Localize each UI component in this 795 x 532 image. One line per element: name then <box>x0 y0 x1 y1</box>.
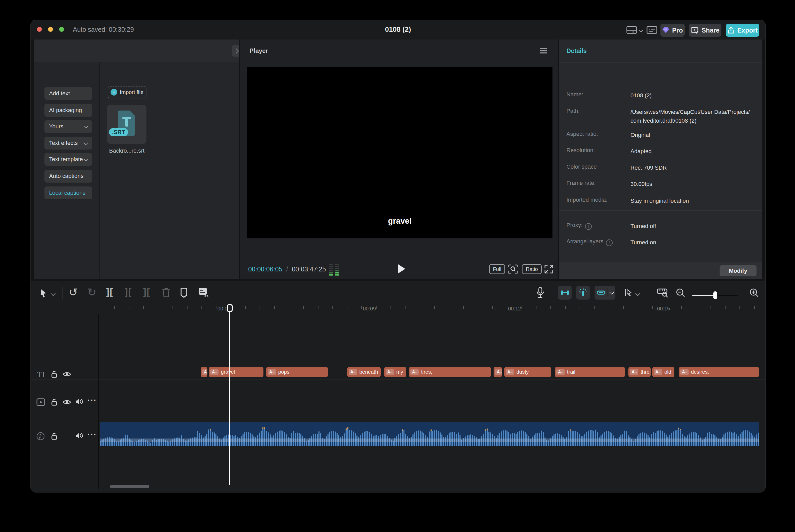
sidebar-item-local-captions[interactable]: Local captions <box>44 187 92 200</box>
sidebar-item-ai-packaging[interactable]: AI packaging <box>44 104 92 117</box>
share-button-label: Share <box>701 26 719 34</box>
chevron-down-icon <box>83 124 88 128</box>
details-panel: Details Name:0108 (2) Path:/Users/wes/Mo… <box>559 39 762 279</box>
sidebar-item-text-template[interactable]: Text template <box>44 153 92 166</box>
caption-clip[interactable]: A≡beneath <box>347 367 381 377</box>
mute-icon[interactable] <box>75 432 83 439</box>
split-delete-left-icon[interactable]: ][ <box>125 287 132 298</box>
caption-clip-label: desires. <box>691 369 709 375</box>
caption-clip[interactable]: A≡gravel <box>209 367 263 377</box>
time-separator: / <box>286 265 288 273</box>
caption-clip[interactable]: A≡ <box>494 367 502 377</box>
caption-clip[interactable]: A≡tires, <box>409 367 491 377</box>
help-icon[interactable]: ? <box>585 223 592 230</box>
plus-icon: + <box>111 89 117 96</box>
select-tool-chevron-icon[interactable] <box>51 292 55 297</box>
mute-icon[interactable] <box>75 398 83 405</box>
zoom-in-icon[interactable] <box>749 288 759 298</box>
asset-panel: Media Audio TI Text Stickers Effects Tra… <box>34 39 239 279</box>
timeline-ruler[interactable]: 00:0600:0900:1200:15 <box>31 306 765 315</box>
track-more-icon[interactable]: ··· <box>88 396 97 405</box>
layout-chevron-icon[interactable] <box>639 28 643 34</box>
pointer-mode-dropdown[interactable] <box>624 287 635 298</box>
detail-row-proxy: Proxy:? Turned off <box>566 222 758 231</box>
select-tool-icon[interactable] <box>39 288 48 298</box>
pro-button[interactable]: Pro <box>660 24 685 37</box>
caption-track[interactable]: A≡A≡gravelA≡popsA≡beneathA≡myA≡tires,A≡A… <box>31 367 765 377</box>
caption-clip[interactable]: A≡dusty <box>504 367 551 377</box>
caption-clip[interactable]: A≡thro <box>628 367 650 377</box>
full-screen-mode-button[interactable]: Full <box>489 264 505 274</box>
record-voiceover-icon[interactable] <box>536 287 545 299</box>
player-menu-icon[interactable] <box>540 48 548 54</box>
caption-clip[interactable]: A≡old <box>652 367 675 377</box>
lock-icon[interactable] <box>51 398 58 406</box>
audio-waveform-clip[interactable] <box>100 422 759 446</box>
lock-icon[interactable] <box>51 432 58 440</box>
split-delete-right-icon[interactable]: ][ <box>143 287 150 298</box>
export-button[interactable]: Export <box>726 24 759 37</box>
undo-icon[interactable]: ↺ <box>69 286 78 299</box>
preview-snap-toggle[interactable] <box>576 286 590 300</box>
detail-row-path: Path:/Users/wes/Movies/CapCut/User Data/… <box>566 108 758 125</box>
caption-badge-icon: A≡ <box>495 369 502 375</box>
eye-icon[interactable] <box>63 399 71 405</box>
caption-badge-icon: A≡ <box>349 369 357 375</box>
pointer-mode-chevron-icon[interactable] <box>636 292 640 297</box>
timeline-horizontal-scrollbar[interactable] <box>110 485 149 488</box>
play-button[interactable] <box>397 264 406 274</box>
caption-badge-icon: A≡ <box>210 369 219 375</box>
desktop: Auto saved: 00:30:29 0108 (2) Pro Share … <box>0 0 795 532</box>
zoom-out-icon[interactable] <box>676 288 685 298</box>
caption-cut-icon[interactable]: ✂ <box>198 287 209 298</box>
marker-icon[interactable] <box>180 287 188 298</box>
detail-row-resolution: Resolution:Adapted <box>566 147 758 156</box>
caption-clip[interactable]: A≡pops <box>266 367 328 377</box>
caption-badge-icon: A≡ <box>556 369 565 375</box>
asset-tab-strip: Media Audio TI Text Stickers Effects Tra… <box>34 39 239 62</box>
import-file-button[interactable]: + Import file <box>108 86 147 98</box>
help-icon[interactable]: ? <box>606 240 613 246</box>
share-button[interactable]: Share <box>689 24 721 37</box>
srt-file-name: Backro...re.srt <box>100 148 153 154</box>
modify-button[interactable]: Modify <box>720 265 757 276</box>
caption-clip-label: my <box>396 369 403 375</box>
caption-clip[interactable]: A≡my <box>384 367 406 377</box>
playhead-handle[interactable] <box>227 304 233 312</box>
caption-clip[interactable]: A≡trail <box>555 367 625 377</box>
sidebar-item-auto-captions[interactable]: Auto captions <box>44 170 92 183</box>
duration: 00:03:47:25 <box>292 265 326 273</box>
timeline-fit-icon[interactable] <box>657 287 668 298</box>
capcut-window: Auto saved: 00:30:29 0108 (2) Pro Share … <box>31 20 765 493</box>
caption-badge-icon: A≡ <box>202 369 207 375</box>
split-icon[interactable]: ][ <box>106 287 113 298</box>
zoom-slider-thumb[interactable] <box>713 291 717 299</box>
caption-clip-label: trail <box>567 369 575 375</box>
srt-file-card[interactable]: .SRT <box>107 105 147 144</box>
layout-list-icon[interactable] <box>646 26 657 34</box>
playhead-line[interactable] <box>229 311 230 485</box>
snap-toggle[interactable] <box>558 286 572 300</box>
details-panel-title: Details <box>566 47 587 55</box>
link-chevron-icon[interactable] <box>609 290 614 294</box>
player-panel-title: Player <box>249 47 268 55</box>
caption-clip[interactable]: A≡desires. <box>679 367 759 377</box>
layout-preview-icon[interactable] <box>626 26 637 34</box>
delete-icon[interactable] <box>162 287 170 298</box>
video-viewport[interactable]: gravel <box>247 66 552 238</box>
share-icon <box>690 26 699 34</box>
sidebar-item-yours[interactable]: Yours <box>44 120 92 133</box>
fullscreen-icon[interactable] <box>544 264 554 274</box>
caption-clip[interactable]: A≡ <box>201 367 207 377</box>
timeline-zoom-slider[interactable] <box>692 294 738 296</box>
pro-button-label: Pro <box>672 26 683 34</box>
redo-icon[interactable]: ↻ <box>87 286 96 299</box>
track-more-icon[interactable]: ··· <box>88 430 97 439</box>
audio-level-meter <box>329 264 340 276</box>
tab-scroll-right-button[interactable] <box>232 45 239 57</box>
zoom-preview-icon[interactable] <box>508 264 518 274</box>
sidebar-item-add-text[interactable]: Add text <box>44 87 92 100</box>
ratio-button[interactable]: Ratio <box>522 264 542 274</box>
sidebar-item-text-effects[interactable]: Text effects <box>44 137 92 150</box>
link-toggle[interactable] <box>594 286 615 300</box>
